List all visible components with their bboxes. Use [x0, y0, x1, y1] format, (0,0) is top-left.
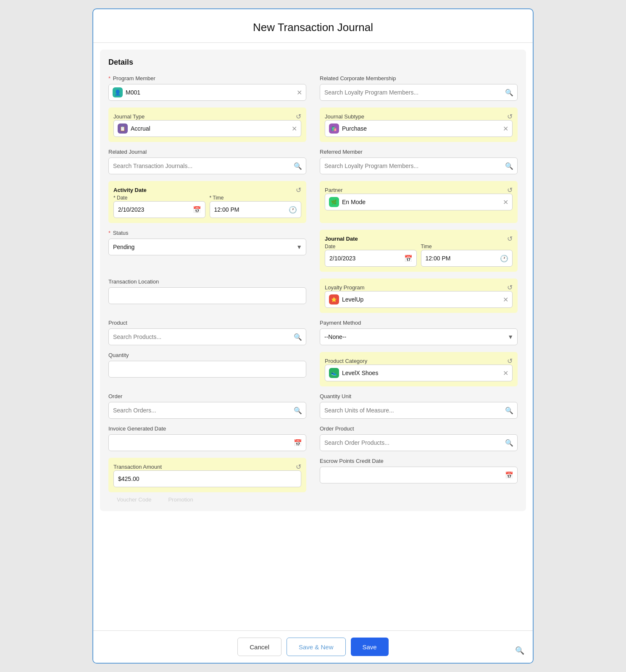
levelxshoes-icon: 👟	[329, 368, 339, 378]
journal-time-clock-icon[interactable]: 🕐	[500, 255, 508, 262]
related-journal-search-icon: 🔍	[294, 162, 302, 170]
journal-date-sub-label: Date	[325, 244, 335, 249]
journal-date-reset-button[interactable]: ↺	[507, 235, 513, 243]
transaction-location-input-wrapper	[108, 287, 306, 304]
modal-body: Details * Program Member 👤 ✕	[93, 43, 533, 630]
escrow-points-credit-date-label: Escrow Points Credit Date	[320, 458, 518, 464]
journal-subtype-group: ↺ Journal Subtype 🛍️ ✕	[320, 108, 518, 142]
related-corporate-group: Related Corporate Membership 🔍	[320, 75, 518, 101]
journal-subtype-input[interactable]	[325, 120, 513, 137]
journal-date-time-row: Date 📅 Time 🕐	[325, 242, 513, 267]
activity-date-input[interactable]	[113, 201, 205, 218]
journal-subtype-reset-button[interactable]: ↺	[507, 113, 513, 121]
program-member-label: * Program Member	[108, 75, 306, 81]
enmode-icon: 🌿	[329, 197, 339, 207]
payment-method-select[interactable]: --None-- Credit Card Cash	[320, 328, 518, 345]
journal-time-subgroup: Time 🕐	[421, 242, 513, 267]
quantity-unit-search-icon: 🔍	[505, 407, 513, 415]
escrow-points-credit-date-input-wrapper: 📅	[320, 467, 518, 483]
transaction-amount-input[interactable]	[113, 470, 301, 487]
journal-subtype-clear-icon[interactable]: ✕	[503, 125, 508, 133]
referred-member-search-icon: 🔍	[505, 162, 513, 170]
loyalty-program-label: Loyalty Program	[325, 284, 365, 291]
product-category-input[interactable]	[325, 365, 513, 381]
loyalty-program-input-wrapper: ⭐ ✕	[325, 291, 513, 308]
referred-member-input-wrapper: 🔍	[320, 158, 518, 174]
invoice-date-calendar-icon[interactable]: 📅	[294, 439, 302, 447]
modal-footer: Cancel Save & New Save 🔍	[93, 630, 533, 663]
product-input-wrapper: 🔍	[108, 328, 306, 345]
loyalty-program-group: ↺ Loyalty Program ⭐ ✕	[320, 278, 518, 313]
save-new-button[interactable]: Save & New	[287, 638, 346, 656]
related-corporate-search-icon: 🔍	[505, 89, 513, 97]
voucher-code-label-partial: Voucher Code	[117, 496, 151, 503]
journal-type-clear-icon[interactable]: ✕	[292, 125, 297, 133]
quantity-label: Quantity	[108, 352, 306, 358]
partner-label: Partner	[325, 187, 343, 193]
status-select[interactable]: Pending Active Closed	[108, 239, 306, 255]
activity-date-reset-button[interactable]: ↺	[296, 186, 301, 194]
loyalty-program-reset-button[interactable]: ↺	[507, 284, 513, 291]
journal-type-reset-button[interactable]: ↺	[296, 113, 301, 121]
journal-date-label: Journal Date	[325, 236, 358, 242]
order-search-icon: 🔍	[294, 407, 302, 415]
payment-method-select-wrapper: --None-- Credit Card Cash ▼	[320, 328, 518, 345]
activity-time-input-wrapper: 🕐	[210, 201, 302, 218]
related-journal-label: Related Journal	[108, 149, 306, 155]
product-category-group: ↺ Product Category 👟 ✕	[320, 352, 518, 386]
referred-member-input[interactable]	[320, 158, 518, 174]
activity-date-subgroup: * Date 📅	[113, 194, 205, 218]
product-group: Product 🔍	[108, 320, 306, 345]
journal-date-subgroup: Date 📅	[325, 242, 417, 267]
person-icon: 👤	[113, 87, 123, 97]
footer-search-icon[interactable]: 🔍	[515, 646, 524, 655]
invoice-generated-date-input-wrapper: 📅	[108, 434, 306, 451]
partner-group: ↺ Partner 🌿 ✕	[320, 181, 518, 223]
transaction-amount-reset-button[interactable]: ↺	[296, 463, 301, 471]
status-group: * Status Pending Active Closed ▼	[108, 230, 306, 272]
order-label: Order	[108, 393, 306, 399]
payment-method-label: Payment Method	[320, 320, 518, 326]
program-member-input[interactable]	[108, 84, 306, 101]
product-category-reset-button[interactable]: ↺	[507, 357, 513, 365]
partner-clear-icon[interactable]: ✕	[503, 198, 508, 206]
program-member-clear-icon[interactable]: ✕	[297, 89, 302, 97]
activity-time-input[interactable]	[210, 201, 302, 218]
activity-date-calendar-icon[interactable]: 📅	[193, 206, 201, 214]
order-input[interactable]	[108, 402, 306, 419]
transaction-amount-input-wrapper	[113, 470, 301, 487]
journal-subtype-input-wrapper: 🛍️ ✕	[325, 120, 513, 137]
cancel-button[interactable]: Cancel	[237, 638, 281, 656]
escrow-points-credit-date-input[interactable]	[320, 467, 518, 483]
quantity-input[interactable]	[108, 361, 306, 378]
related-corporate-input[interactable]	[320, 84, 518, 101]
partner-reset-button[interactable]: ↺	[507, 186, 513, 194]
loyalty-program-clear-icon[interactable]: ✕	[503, 296, 508, 304]
product-search-icon: 🔍	[294, 333, 302, 341]
journal-type-input[interactable]	[113, 120, 301, 137]
loyalty-program-input[interactable]	[325, 291, 513, 308]
referred-member-group: Referred Member 🔍	[320, 149, 518, 174]
order-product-label: Order Product	[320, 425, 518, 432]
related-corporate-input-wrapper: 🔍	[320, 84, 518, 101]
transaction-amount-label: Transaction Amount	[113, 464, 162, 470]
partner-input[interactable]	[325, 194, 513, 210]
transaction-location-input[interactable]	[108, 287, 306, 304]
journal-date-input[interactable]	[325, 250, 417, 267]
invoice-generated-date-input[interactable]	[108, 434, 306, 451]
transaction-location-group: Transaction Location	[108, 278, 306, 313]
journal-time-input[interactable]	[421, 250, 513, 267]
product-category-label: Product Category	[325, 358, 367, 364]
product-input[interactable]	[108, 328, 306, 345]
program-member-input-wrapper: 👤 ✕	[108, 84, 306, 101]
payment-method-group: Payment Method --None-- Credit Card Cash…	[320, 320, 518, 345]
escrow-points-calendar-icon[interactable]: 📅	[505, 471, 513, 479]
quantity-unit-input[interactable]	[320, 402, 518, 419]
product-category-clear-icon[interactable]: ✕	[503, 369, 508, 377]
activity-time-clock-icon[interactable]: 🕐	[289, 206, 297, 214]
order-product-input[interactable]	[320, 434, 518, 451]
journal-date-calendar-icon[interactable]: 📅	[404, 255, 413, 262]
transaction-amount-group: ↺ Transaction Amount	[108, 458, 306, 492]
related-journal-input[interactable]	[108, 158, 306, 174]
save-button[interactable]: Save	[351, 638, 389, 656]
